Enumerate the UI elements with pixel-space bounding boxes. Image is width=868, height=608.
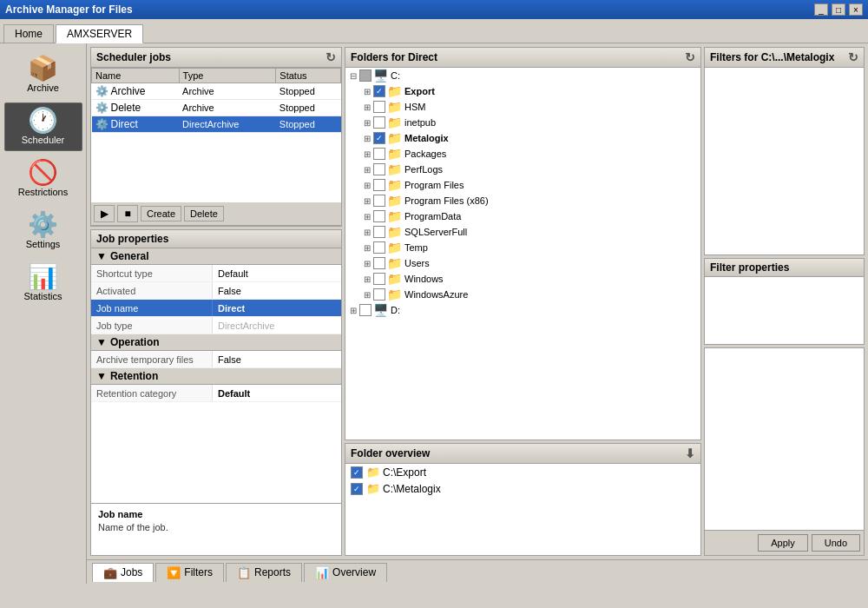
table-row[interactable]: ⚙️Direct DirectArchive Stopped xyxy=(92,116,341,133)
expand-windowsazure-icon[interactable]: ⊞ xyxy=(361,290,373,300)
tree-label-metalogix: Metalogix xyxy=(404,133,449,143)
window-controls[interactable]: _ □ × xyxy=(814,3,863,16)
prop-activated[interactable]: Activated False xyxy=(91,282,341,300)
sidebar-item-restrictions[interactable]: 🚫 Restrictions xyxy=(4,155,82,203)
tab-home[interactable]: Home xyxy=(3,24,54,43)
overview-path: C:\Metalogix xyxy=(383,483,441,495)
folder-icon: 📁 xyxy=(387,84,402,98)
props-inner: ▼ General Shortcut type Default Activate… xyxy=(91,248,341,503)
overview-checkbox[interactable]: ✓ xyxy=(351,466,363,479)
tree-item-c[interactable]: ⊟ 🖥️ C: xyxy=(345,68,700,83)
status-tab-filters[interactable]: 🔽 Filters xyxy=(155,563,224,582)
folders-refresh-icon[interactable]: ↻ xyxy=(685,50,695,64)
sidebar-label-scheduler: Scheduler xyxy=(22,135,65,145)
prop-retention-category[interactable]: Retention category Default xyxy=(91,385,341,402)
minimize-button[interactable]: _ xyxy=(814,3,828,16)
tree-item-programdata[interactable]: ⊞ 📁 ProgramData xyxy=(345,208,700,224)
tree-item-users[interactable]: ⊞ 📁 Users xyxy=(345,255,700,271)
overview-item[interactable]: ✓ 📁 C:\Metalogix xyxy=(345,480,700,497)
create-button[interactable]: Create xyxy=(141,206,181,221)
delete-button[interactable]: Delete xyxy=(184,206,224,221)
table-row[interactable]: ⚙️Archive Archive Stopped xyxy=(92,83,341,100)
checkbox-inetpub[interactable] xyxy=(373,116,385,129)
sidebar-item-settings[interactable]: ⚙️ Settings xyxy=(4,207,82,255)
collapse-operation-icon[interactable]: ▼ xyxy=(96,336,107,348)
checkbox-c[interactable] xyxy=(359,69,372,82)
prop-archive-temp[interactable]: Archive temporary files False xyxy=(91,351,341,368)
checkbox-programfilesx86[interactable] xyxy=(373,195,385,207)
content-area: Scheduler jobs ↻ Name Type Status xyxy=(87,43,868,584)
expand-d-icon[interactable]: ⊞ xyxy=(347,306,359,315)
checkbox-sqlserverfull[interactable] xyxy=(373,226,385,238)
expand-packages-icon[interactable]: ⊞ xyxy=(361,149,373,159)
checkbox-d[interactable] xyxy=(359,304,372,316)
checkbox-packages[interactable] xyxy=(373,148,385,160)
filters-refresh-icon[interactable]: ↻ xyxy=(848,50,858,64)
checkbox-metalogix[interactable]: ✓ xyxy=(373,132,385,144)
checkbox-windows[interactable] xyxy=(373,273,385,285)
checkbox-temp[interactable] xyxy=(373,241,385,254)
overview-checkbox[interactable]: ✓ xyxy=(351,483,363,495)
tree-item-windows[interactable]: ⊞ 📁 Windows xyxy=(345,271,700,287)
tree-item-hsm[interactable]: ⊞ 📁 HSM xyxy=(345,99,700,115)
folder-icon: 📁 xyxy=(387,178,402,192)
tree-item-programfiles[interactable]: ⊞ 📁 Program Files xyxy=(345,177,700,193)
tree-item-metalogix[interactable]: ⊞ ✓ 📁 Metalogix xyxy=(345,130,700,146)
tree-item-perflogs[interactable]: ⊞ 📁 PerfLogs xyxy=(345,162,700,177)
collapse-general-icon[interactable]: ▼ xyxy=(96,250,107,262)
app-title: Archive Manager for Files xyxy=(5,3,133,16)
table-row[interactable]: ⚙️Delete Archive Stopped xyxy=(92,100,341,116)
maximize-button[interactable]: □ xyxy=(832,3,845,16)
tree-item-temp[interactable]: ⊞ 📁 Temp xyxy=(345,240,700,255)
expand-perflogs-icon[interactable]: ⊞ xyxy=(361,165,373,175)
expand-inetpub-icon[interactable]: ⊞ xyxy=(361,118,373,128)
checkbox-export[interactable]: ✓ xyxy=(373,85,385,97)
expand-hsm-icon[interactable]: ⊞ xyxy=(361,102,373,112)
tree-item-inetpub[interactable]: ⊞ 📁 inetpub xyxy=(345,115,700,130)
folder-overview-icon[interactable]: ⬇ xyxy=(685,446,695,460)
status-tab-jobs[interactable]: 💼 Jobs xyxy=(92,563,154,582)
expand-export-icon[interactable]: ⊞ xyxy=(361,87,373,96)
scheduler-refresh-icon[interactable]: ↻ xyxy=(326,50,336,64)
tree-item-programfilesx86[interactable]: ⊞ 📁 Program Files (x86) xyxy=(345,193,700,208)
tree-label-windows: Windows xyxy=(404,274,444,284)
prop-label: Shortcut type xyxy=(91,265,213,281)
stop-button[interactable]: ■ xyxy=(117,205,138,222)
tree-item-packages[interactable]: ⊞ 📁 Packages xyxy=(345,146,700,162)
prop-job-name[interactable]: Job name Direct xyxy=(91,300,341,317)
close-button[interactable]: × xyxy=(849,3,863,16)
checkbox-users[interactable] xyxy=(373,257,385,269)
expand-metalogix-icon[interactable]: ⊞ xyxy=(361,134,373,143)
checkbox-hsm[interactable] xyxy=(373,101,385,113)
collapse-retention-icon[interactable]: ▼ xyxy=(96,370,107,382)
status-tab-overview[interactable]: 📊 Overview xyxy=(304,563,387,582)
sidebar-item-statistics[interactable]: 📊 Statistics xyxy=(4,259,82,307)
checkbox-windowsazure[interactable] xyxy=(373,288,385,301)
tab-amxserver[interactable]: AMXSERVER xyxy=(56,24,143,43)
expand-users-icon[interactable]: ⊞ xyxy=(361,259,373,268)
checkbox-programdata[interactable] xyxy=(373,210,385,222)
tree-item-export[interactable]: ⊞ ✓ 📁 Export xyxy=(345,83,700,99)
prop-job-type[interactable]: Job type DirectArchive xyxy=(91,317,341,334)
expand-programfiles-icon[interactable]: ⊞ xyxy=(361,181,373,190)
checkbox-perflogs[interactable] xyxy=(373,163,385,175)
expand-windows-icon[interactable]: ⊞ xyxy=(361,274,373,284)
checkbox-programfiles[interactable] xyxy=(373,179,385,191)
tree-item-d[interactable]: ⊞ 🖥️ D: xyxy=(345,302,700,318)
status-tab-reports[interactable]: 📋 Reports xyxy=(226,563,302,582)
expand-temp-icon[interactable]: ⊞ xyxy=(361,243,373,253)
tree-item-sqlserverfull[interactable]: ⊞ 📁 SQLServerFull xyxy=(345,224,700,240)
undo-button[interactable]: Undo xyxy=(812,534,860,552)
expand-programdata-icon[interactable]: ⊞ xyxy=(361,212,373,221)
prop-shortcut-type[interactable]: Shortcut type Default xyxy=(91,265,341,282)
tree-label-temp: Temp xyxy=(404,242,428,253)
expand-sqlserverfull-icon[interactable]: ⊞ xyxy=(361,228,373,237)
tree-item-windowsazure[interactable]: ⊞ 📁 WindowsAzure xyxy=(345,287,700,302)
apply-button[interactable]: Apply xyxy=(758,534,808,552)
expand-programfilesx86-icon[interactable]: ⊞ xyxy=(361,196,373,206)
expand-c-icon[interactable]: ⊟ xyxy=(347,71,359,81)
play-button[interactable]: ▶ xyxy=(94,205,115,222)
sidebar-item-archive[interactable]: 📦 Archive xyxy=(4,50,82,99)
sidebar-item-scheduler[interactable]: 🕐 Scheduler xyxy=(4,102,82,151)
overview-item[interactable]: ✓ 📁 C:\Export xyxy=(345,464,700,480)
